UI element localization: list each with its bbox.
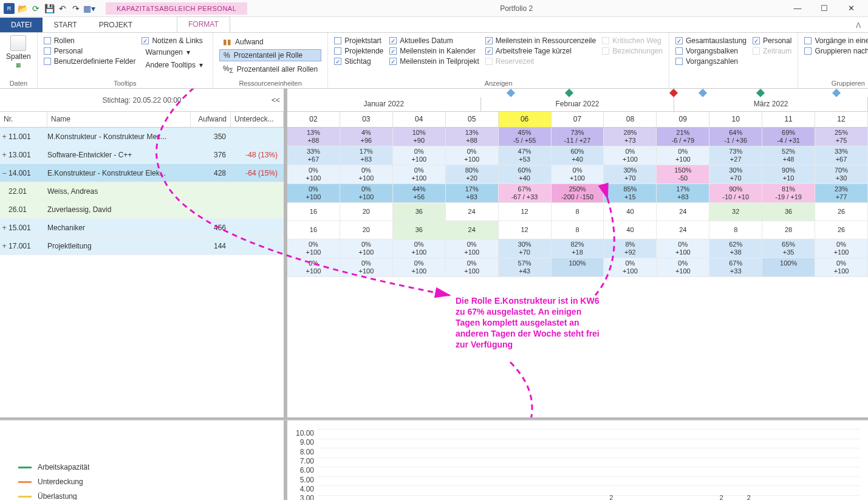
grid-cell[interactable]: 0%+100: [393, 165, 446, 184]
week-cell[interactable]: 10: [709, 112, 762, 127]
grid-cell[interactable]: 62%+38: [709, 239, 762, 258]
grid-cell[interactable]: 25%+75: [815, 128, 868, 146]
grid-cell[interactable]: 73%+27: [709, 146, 762, 165]
grid-cell[interactable]: 0%+100: [552, 165, 604, 184]
col-aufwand[interactable]: Aufwand: [191, 112, 231, 127]
grid-cell[interactable]: 40: [604, 203, 657, 221]
grid-cell[interactable]: 82%+18: [552, 239, 604, 258]
week-cell[interactable]: 04: [393, 112, 446, 127]
week-cell[interactable]: 09: [657, 112, 709, 127]
chk-vorgangsbalken[interactable]: Vorgangsbalken: [675, 47, 747, 55]
grid-cell[interactable]: 69%-4 / +31: [762, 128, 815, 146]
grid-cell[interactable]: 67%+33: [709, 258, 762, 277]
grid-cell[interactable]: 0%+100: [340, 258, 393, 277]
grid-cell[interactable]: 36: [393, 203, 446, 221]
grid-cell[interactable]: 57%+43: [499, 258, 552, 277]
save-icon[interactable]: 💾: [44, 3, 55, 14]
chk-stichtag[interactable]: ✓Stichtag: [334, 57, 383, 66]
chk-notizen[interactable]: ✓Notizen & Links: [142, 36, 207, 45]
grid-cell[interactable]: 100%: [762, 258, 815, 277]
expand-icon[interactable]: +: [0, 242, 9, 250]
grid-cell[interactable]: 8: [709, 221, 762, 239]
grid-cell[interactable]: 80%+20: [446, 165, 499, 184]
collapse-ribbon[interactable]: ᐱ: [849, 19, 868, 32]
grid-cell[interactable]: 30%+70: [499, 239, 552, 258]
grid-cell[interactable]: 26: [815, 203, 868, 221]
spalten-button[interactable]: Spalten ▦: [6, 35, 31, 78]
grid-cell[interactable]: 0%+100: [287, 165, 340, 184]
chk-projektstart[interactable]: Projektstart: [334, 36, 383, 45]
table-row[interactable]: +17.001Projektleitung144: [0, 237, 284, 255]
week-cell[interactable]: 06: [499, 112, 552, 127]
week-cell[interactable]: 07: [552, 112, 604, 127]
chk-personal2[interactable]: ✓Personal: [753, 36, 791, 45]
grid-cell[interactable]: 67%-67 / +33: [499, 184, 552, 203]
collapse-left-button[interactable]: <<: [272, 96, 280, 104]
table-row[interactable]: 26.01Zuverlaessig, David: [0, 200, 284, 219]
grid-cell[interactable]: 12: [499, 203, 552, 221]
week-cell[interactable]: 08: [604, 112, 657, 127]
grid-cell[interactable]: 0%+100: [604, 146, 657, 165]
expand-icon[interactable]: +: [0, 132, 9, 141]
grid-cell[interactable]: 81%-19 / +19: [762, 184, 815, 203]
grid-cell[interactable]: 24: [657, 203, 709, 221]
table-row[interactable]: +15.001Mechaniker456: [0, 219, 284, 237]
undo-icon[interactable]: ↶: [57, 3, 68, 14]
grid-cell[interactable]: 28%+73: [604, 128, 657, 146]
chk-benutzerfelder[interactable]: Benutzerdefinierte Felder: [44, 57, 136, 66]
grid-cell[interactable]: 47%+53: [499, 146, 552, 165]
redo-icon[interactable]: ↷: [70, 3, 81, 14]
chk-vorgangszahlen[interactable]: Vorgangszahlen: [675, 57, 747, 66]
chk-gesamtauslastung[interactable]: ✓Gesamtauslastung: [675, 36, 747, 45]
warnungen-dropdown[interactable]: Warnungen▾: [142, 47, 207, 58]
grid-cell[interactable]: 21%-6 / +79: [657, 128, 709, 146]
open-icon[interactable]: 📂: [17, 3, 28, 14]
grid-cell[interactable]: 13%+88: [446, 128, 499, 146]
grid-cell[interactable]: 24: [657, 221, 709, 239]
grid-cell[interactable]: 8: [552, 203, 604, 221]
close-button[interactable]: ✕: [839, 4, 863, 13]
grid-cell[interactable]: 4%+96: [340, 128, 393, 146]
chk-ms-kalender[interactable]: ✓Meilenstein in Kalender: [389, 47, 479, 55]
chk-ms-ressource[interactable]: ✓Meilenstein in Ressourcenzeile: [485, 36, 596, 45]
grid-cell[interactable]: 150%-50: [657, 165, 709, 184]
grid-cell[interactable]: 0%+100: [815, 258, 868, 277]
tab-start[interactable]: START: [43, 18, 87, 32]
maximize-button[interactable]: ☐: [812, 4, 836, 13]
grid-cell[interactable]: 20: [340, 203, 393, 221]
grid-cell[interactable]: 64%-1 / +36: [709, 128, 762, 146]
col-unterdeckung[interactable]: Unterdeck...: [231, 112, 284, 127]
grid-cell[interactable]: 0%+100: [393, 239, 446, 258]
grid-cell[interactable]: 26: [815, 221, 868, 239]
grid-cell[interactable]: 24: [446, 221, 499, 239]
grid-cell[interactable]: 17%+83: [446, 184, 499, 203]
grid-cell[interactable]: 0%+100: [657, 239, 709, 258]
grid-cell[interactable]: 23%+77: [815, 184, 868, 203]
grid-cell[interactable]: 0%+100: [393, 146, 446, 165]
grid-cell[interactable]: 0%+100: [393, 258, 446, 277]
grid-cell[interactable]: 0%+100: [287, 184, 340, 203]
grid-cell[interactable]: 90%-10 / +10: [709, 184, 762, 203]
week-cell[interactable]: 05: [446, 112, 499, 127]
grid-cell[interactable]: 13%+88: [287, 128, 340, 146]
table-row[interactable]: +11.001M.Konstrukteur - Konstrukteur Mec…: [0, 128, 284, 146]
grid-cell[interactable]: 17%+83: [657, 184, 709, 203]
grid-cell[interactable]: 0%+100: [657, 258, 709, 277]
grid-cell[interactable]: 45%-5 / +55: [499, 128, 552, 146]
grid-cell[interactable]: 0%+100: [446, 239, 499, 258]
chk-gruppieren-rollen[interactable]: Gruppieren nach Rollen: [804, 47, 868, 55]
grid-cell[interactable]: 52%+48: [762, 146, 815, 165]
grid-cell[interactable]: 33%+67: [815, 146, 868, 165]
tab-format[interactable]: FORMAT: [177, 16, 230, 32]
grid-cell[interactable]: 44%+56: [393, 184, 446, 203]
week-cell[interactable]: 11: [762, 112, 815, 127]
grid-cell[interactable]: 60%+40: [552, 146, 604, 165]
grid-cell[interactable]: 65%+35: [762, 239, 815, 258]
table-row[interactable]: −14.001E.Konstrukteur - Konstrukteur Ele…: [0, 164, 284, 182]
grid-cell[interactable]: 0%+100: [287, 258, 340, 277]
table-row[interactable]: 22.01Weiss, Andreas: [0, 182, 284, 200]
grid-cell[interactable]: 10%+90: [393, 128, 446, 146]
expand-icon[interactable]: +: [0, 151, 9, 159]
grid-cell[interactable]: 36: [393, 221, 446, 239]
grid-cell[interactable]: 0%+100: [446, 258, 499, 277]
